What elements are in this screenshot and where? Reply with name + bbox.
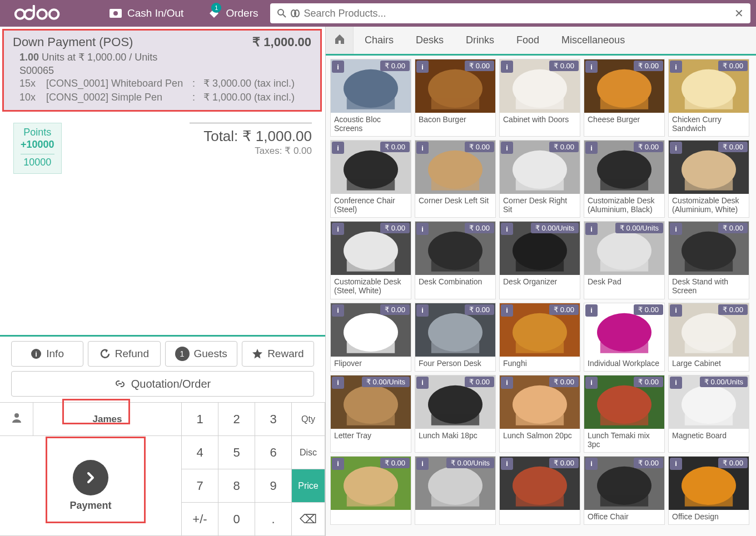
product-card[interactable]: i₹ 0.00Cheese Burger (584, 59, 665, 137)
svg-rect-101 (685, 495, 733, 506)
product-card[interactable]: i₹ 0.00Conference Chair (Steel) (330, 140, 411, 218)
svg-point-2 (49, 9, 58, 18)
product-price: ₹ 0.00 (718, 458, 748, 468)
key-2[interactable]: 2 (218, 403, 255, 436)
key-3[interactable]: 3 (255, 403, 292, 436)
product-card[interactable]: i₹ 0.00Corner Desk Right Sit (499, 140, 580, 218)
svg-rect-20 (516, 98, 564, 109)
svg-rect-95 (516, 495, 564, 506)
search-input[interactable] (304, 8, 734, 19)
product-card[interactable]: i₹ 0.00Customizable Desk (Steel, White) (330, 221, 411, 299)
customer-button[interactable]: James (33, 403, 182, 436)
mode-price[interactable]: Price (292, 469, 325, 503)
product-card[interactable]: i₹ 0.00 (499, 456, 580, 525)
svg-rect-80 (516, 414, 564, 425)
product-card[interactable]: i₹ 0.00Customizable Desk (Aluminium, Whi… (668, 140, 749, 218)
mode-qty[interactable]: Qty (292, 403, 325, 436)
key-backspace[interactable]: ⌫ (292, 503, 325, 536)
product-card[interactable]: i₹ 0.00Lunch Maki 18pc (415, 375, 496, 453)
refund-button[interactable]: Refund (88, 341, 160, 367)
product-name: Large Cabinet (669, 357, 749, 371)
product-card[interactable]: i₹ 0.00Office Chair (584, 456, 665, 525)
key-0[interactable]: 0 (218, 503, 255, 536)
search-box[interactable]: ✕ (270, 3, 750, 23)
quotation-order-button[interactable]: Quotation/Order (11, 371, 314, 397)
product-card[interactable]: i₹ 0.00/UnitsDesk Pad (584, 221, 665, 299)
product-card[interactable]: i₹ 0.00Desk Combination (415, 221, 496, 299)
key-dot[interactable]: . (255, 503, 292, 536)
svg-rect-35 (516, 179, 564, 191)
category-tab[interactable]: Miscellaneous (550, 27, 636, 54)
svg-point-5 (278, 9, 284, 15)
star-icon (252, 348, 263, 359)
svg-text:i: i (35, 350, 37, 358)
product-card[interactable]: i₹ 0.00Bacon Burger (415, 59, 496, 137)
product-card[interactable]: i₹ 0.00Flipover (330, 303, 411, 372)
product-price: ₹ 0.00 (380, 304, 410, 315)
svg-rect-23 (600, 98, 648, 109)
category-tab[interactable]: Drinks (455, 27, 505, 54)
info-icon: i (501, 458, 513, 470)
reward-button[interactable]: Reward (242, 341, 314, 367)
svg-rect-86 (685, 414, 733, 425)
product-card[interactable]: i₹ 0.00Office Design (668, 456, 749, 525)
key-plusminus[interactable]: +/- (182, 503, 218, 536)
product-card[interactable]: i₹ 0.00Corner Desk Left Sit (415, 140, 496, 218)
product-card[interactable]: i₹ 0.00Lunch Temaki mix 3pc (584, 375, 665, 453)
cash-in-out-button[interactable]: Cash In/Out (97, 0, 196, 27)
guests-button[interactable]: 1 Guests (165, 341, 237, 367)
product-name: Acoustic Bloc Screens (331, 113, 411, 136)
info-icon: i (501, 223, 513, 235)
category-tab[interactable]: Chairs (354, 27, 405, 54)
product-price: ₹ 0.00/Units (446, 458, 494, 468)
key-4[interactable]: 4 (182, 436, 218, 469)
product-name: Four Person Desk (415, 357, 495, 371)
info-icon: i (332, 304, 344, 317)
product-price: ₹ 0.00 (465, 142, 494, 152)
product-card[interactable]: i₹ 0.00Lunch Salmon 20pc (499, 375, 580, 453)
product-card[interactable]: i₹ 0.00/UnitsLetter Tray (330, 375, 411, 453)
info-icon: i (585, 142, 598, 154)
product-card[interactable]: i₹ 0.00/UnitsMagnetic Board (668, 375, 749, 453)
mode-disc[interactable]: Disc (292, 436, 325, 469)
svg-rect-41 (685, 179, 733, 191)
clear-search-icon[interactable]: ✕ (734, 7, 744, 20)
svg-rect-50 (516, 261, 564, 272)
key-7[interactable]: 7 (182, 469, 218, 503)
logo[interactable] (0, 5, 97, 22)
svg-rect-26 (685, 98, 733, 109)
info-icon: i (670, 223, 682, 235)
payment-button[interactable]: Payment (0, 436, 182, 536)
product-name: Magnetic Board (669, 429, 749, 443)
product-card[interactable]: i₹ 0.00 (330, 456, 411, 525)
key-5[interactable]: 5 (218, 436, 255, 469)
product-card[interactable]: i₹ 0.00Individual Workplace (584, 303, 665, 372)
product-card[interactable]: i₹ 0.00Acoustic Bloc Screens (330, 59, 411, 137)
category-tab[interactable]: Desks (405, 27, 455, 54)
product-price: ₹ 0.00 (380, 61, 410, 71)
customer-icon-cell[interactable] (0, 403, 33, 436)
product-card[interactable]: i₹ 0.00Cabinet with Doors (499, 59, 580, 137)
key-9[interactable]: 9 (255, 469, 292, 503)
product-price: ₹ 0.00 (549, 61, 579, 71)
product-card[interactable]: i₹ 0.00Desk Stand with Screen (668, 221, 749, 299)
key-1[interactable]: 1 (182, 403, 218, 436)
product-card[interactable]: i₹ 0.00/Units (415, 456, 496, 525)
svg-rect-74 (347, 414, 395, 425)
product-card[interactable]: i₹ 0.00/UnitsDesk Organizer (499, 221, 580, 299)
product-card[interactable]: i₹ 0.00Funghi (499, 303, 580, 372)
key-8[interactable]: 8 (218, 469, 255, 503)
product-card[interactable]: i₹ 0.00Customizable Desk (Aluminium, Bla… (584, 140, 665, 218)
key-6[interactable]: 6 (255, 436, 292, 469)
home-category-button[interactable] (326, 27, 354, 54)
category-tab[interactable]: Food (505, 27, 550, 54)
info-icon: i (670, 304, 682, 317)
product-card[interactable]: i₹ 0.00Four Person Desk (415, 303, 496, 372)
orders-button[interactable]: 1 Orders (196, 0, 270, 27)
cash-icon (110, 9, 122, 18)
info-button[interactable]: i Info (11, 341, 83, 367)
order-line-selected[interactable]: Down Payment (POS) ₹ 1,000.00 1.00 Units… (2, 29, 322, 112)
product-card[interactable]: i₹ 0.00Chicken Curry Sandwich (668, 59, 749, 137)
product-card[interactable]: i₹ 0.00Large Cabinet (668, 303, 749, 372)
category-bar: Chairs Desks Drinks Food Miscellaneous (326, 27, 756, 56)
